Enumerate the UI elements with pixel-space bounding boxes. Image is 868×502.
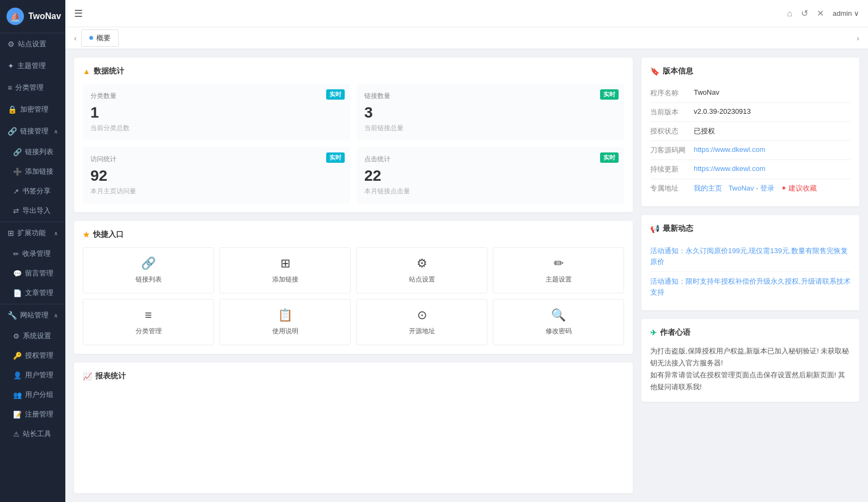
sidebar-item-collection-management[interactable]: ✏ 收录管理 bbox=[0, 244, 65, 264]
sidebar-item-bookmark-share[interactable]: ↗ 书签分享 bbox=[0, 181, 65, 201]
sidebar-label-article: 文章管理 bbox=[25, 288, 53, 298]
sidebar-item-station-settings[interactable]: ⚙ 站点设置 bbox=[0, 33, 65, 55]
version-row-site: 刀客源码网 https://www.dkewl.com bbox=[650, 141, 851, 160]
sidebar: ⛵ TwoNav ⚙ 站点设置 ✦ 主题管理 ≡ 分类管理 🔒 加密管理 🔗 链… bbox=[0, 0, 65, 502]
admintools-icon: ⚠ bbox=[13, 430, 20, 438]
stats-grid: 分类数量 实时 1 当前分类总数 链接数量 实时 3 当前链接总量 访问统计 实… bbox=[83, 84, 624, 204]
quick-item-change-password[interactable]: 🔍 修改密码 bbox=[493, 299, 624, 345]
version-link-site[interactable]: https://www.dkewl.com bbox=[694, 145, 766, 154]
quick-icon-github: ⊙ bbox=[417, 308, 427, 322]
my-homepage-link[interactable]: 我的主页 bbox=[694, 184, 722, 192]
quick-label-category: 分类管理 bbox=[136, 327, 162, 336]
sidebar-item-message-management[interactable]: 💬 留言管理 bbox=[0, 264, 65, 283]
main-area: ☰ ⌂ ↺ ✕ admin ∨ ‹ 概要 › ▲ 数据统计 分类数量 bbox=[65, 0, 868, 502]
sidebar-label-export: 导出导入 bbox=[22, 206, 51, 216]
sidebar-item-category-management[interactable]: ≡ 分类管理 bbox=[0, 77, 65, 99]
version-title: 🔖 版本信息 bbox=[650, 66, 851, 76]
recommend-collect-link[interactable]: ✦ 建议收藏 bbox=[781, 184, 817, 192]
sidebar-item-expand-functions[interactable]: ⊞ 扩展功能 ∧ bbox=[0, 222, 65, 244]
sidebar-item-add-link[interactable]: ➕ 添加链接 bbox=[0, 162, 65, 181]
sidebar-logo: ⛵ TwoNav bbox=[0, 0, 65, 33]
sidebar-item-register-management[interactable]: 📝 注册管理 bbox=[0, 405, 65, 424]
quick-item-add-link[interactable]: ⊞ 添加链接 bbox=[219, 247, 351, 293]
latest-news-card: 📢 最新动态 活动通知：永久订阅原价199元,现仅需139元,数量有限售完恢复原… bbox=[641, 215, 859, 310]
stat-clicks-badge: 实时 bbox=[600, 152, 619, 163]
news-link-0[interactable]: 活动通知：永久订阅原价199元,现仅需139元,数量有限售完恢复原价 bbox=[650, 247, 848, 266]
stat-visits-label: 访问统计 bbox=[90, 155, 343, 164]
stat-links: 链接数量 实时 3 当前链接总量 bbox=[357, 84, 624, 140]
sidebar-item-link-management[interactable]: 🔗 链接管理 ∧ bbox=[0, 120, 65, 142]
stats-card: ▲ 数据统计 分类数量 实时 1 当前分类总数 链接数量 实时 3 当前链接总量… bbox=[74, 58, 633, 212]
link-list-icon: 🔗 bbox=[13, 148, 22, 156]
quick-label-theme: 主题设置 bbox=[546, 275, 572, 284]
register-icon: 📝 bbox=[13, 411, 22, 419]
report-title: 📈 报表统计 bbox=[83, 371, 624, 381]
sidebar-item-link-list[interactable]: 🔗 链接列表 bbox=[0, 142, 65, 162]
chevron-up-icon3: ∧ bbox=[54, 313, 58, 319]
quick-label-link-list: 链接列表 bbox=[136, 275, 162, 284]
version-val-site: https://www.dkewl.com bbox=[694, 145, 851, 155]
stat-category-badge: 实时 bbox=[326, 89, 345, 100]
quick-item-github[interactable]: ⊙ 开源地址 bbox=[356, 299, 487, 345]
quick-item-station-settings[interactable]: ⚙ 站点设置 bbox=[356, 247, 487, 293]
version-val-update: https://www.dkewl.com bbox=[694, 164, 851, 174]
refresh-icon[interactable]: ↺ bbox=[801, 8, 808, 19]
sidebar-item-system-settings[interactable]: ⚙ 系统设置 bbox=[0, 326, 65, 346]
sidebar-item-admin-tools[interactable]: ⚠ 站长工具 bbox=[0, 424, 65, 444]
news-title-icon: 📢 bbox=[650, 224, 659, 233]
logo-icon: ⛵ bbox=[7, 8, 24, 25]
app-name: TwoNav bbox=[28, 11, 61, 21]
version-key-update: 持续更新 bbox=[650, 164, 694, 174]
author-note-content: 为打击盗版,保障授权用户权益,新版本已加入秘钥验证! 未获取秘钥无法接入官方服务… bbox=[650, 345, 851, 393]
stat-links-badge: 实时 bbox=[600, 89, 619, 100]
quick-item-theme-settings[interactable]: ✏ 主题设置 bbox=[493, 247, 624, 293]
home-icon[interactable]: ⌂ bbox=[787, 9, 792, 19]
sidebar-label-auth: 授权管理 bbox=[25, 351, 53, 360]
sidebar-item-theme-management[interactable]: ✦ 主题管理 bbox=[0, 55, 65, 77]
quick-item-category-management[interactable]: ≡ 分类管理 bbox=[83, 299, 214, 345]
version-key-site: 刀客源码网 bbox=[650, 145, 694, 155]
news-title-label: 最新动态 bbox=[663, 224, 693, 234]
sidebar-item-auth-management[interactable]: 🔑 授权管理 bbox=[0, 346, 65, 365]
quick-icon-link-list: 🔗 bbox=[141, 256, 156, 271]
link-icon: 🔗 bbox=[8, 127, 17, 136]
sidebar-label-collection: 收录管理 bbox=[22, 249, 51, 259]
topbar-left: ☰ bbox=[74, 8, 83, 20]
version-val-auth: 已授权 bbox=[694, 126, 851, 136]
tab-next-arrow[interactable]: › bbox=[852, 34, 864, 42]
bookmark-icon: ↗ bbox=[13, 187, 19, 195]
version-key-auth: 授权状态 bbox=[650, 126, 694, 136]
tab-prev-arrow[interactable]: ‹ bbox=[70, 34, 81, 42]
twonav-login-link[interactable]: TwoNav - 登录 bbox=[729, 184, 775, 192]
stat-visits-sub: 本月主页访问量 bbox=[90, 187, 343, 196]
sidebar-label-add-link: 添加链接 bbox=[25, 167, 53, 176]
tab-dot bbox=[89, 36, 93, 40]
sidebar-item-user-management[interactable]: 👤 用户管理 bbox=[0, 365, 65, 385]
version-row-ver: 当前版本 v2.0.39-20230913 bbox=[650, 103, 851, 122]
version-link-update[interactable]: https://www.dkewl.com bbox=[694, 164, 766, 173]
version-val-name: TwoNav bbox=[694, 88, 851, 98]
sidebar-item-export-import[interactable]: ⇄ 导出导入 bbox=[0, 201, 65, 221]
close-icon[interactable]: ✕ bbox=[817, 8, 824, 19]
version-table: 程序名称 TwoNav 当前版本 v2.0.39-20230913 授权状态 已… bbox=[650, 84, 851, 198]
quick-item-usage-guide[interactable]: 📋 使用说明 bbox=[219, 299, 351, 345]
stats-title-label: 数据统计 bbox=[94, 66, 124, 76]
hamburger-icon[interactable]: ☰ bbox=[74, 8, 83, 20]
right-column: 🔖 版本信息 程序名称 TwoNav 当前版本 v2.0.39-20230913… bbox=[641, 58, 859, 493]
quick-label-station: 站点设置 bbox=[409, 275, 435, 284]
quick-item-link-list[interactable]: 🔗 链接列表 bbox=[83, 247, 214, 293]
sidebar-item-article-management[interactable]: 📄 文章管理 bbox=[0, 283, 65, 303]
admin-dropdown[interactable]: admin ∨ bbox=[833, 9, 859, 17]
stats-title: ▲ 数据统计 bbox=[83, 66, 624, 76]
tab-overview[interactable]: 概要 bbox=[81, 29, 119, 47]
version-row-name: 程序名称 TwoNav bbox=[650, 84, 851, 103]
sidebar-item-user-group[interactable]: 👥 用户分组 bbox=[0, 385, 65, 405]
news-link-1[interactable]: 活动通知：限时支持年授权补偿价升级永久授权,升级请联系技术支持 bbox=[650, 277, 851, 296]
sidebar-item-website-management[interactable]: 🔧 网站管理 ∧ bbox=[0, 304, 65, 326]
content-area: ▲ 数据统计 分类数量 实时 1 当前分类总数 链接数量 实时 3 当前链接总量… bbox=[65, 49, 868, 502]
version-row-exclusive: 专属地址 我的主页 TwoNav - 登录 ✦ 建议收藏 bbox=[650, 179, 851, 198]
news-item-0: 活动通知：永久订阅原价199元,现仅需139元,数量有限售完恢复原价 bbox=[650, 241, 851, 272]
usergroup-icon: 👥 bbox=[13, 391, 22, 399]
sidebar-item-password-management[interactable]: 🔒 加密管理 bbox=[0, 99, 65, 120]
chevron-up-icon2: ∧ bbox=[54, 230, 58, 236]
